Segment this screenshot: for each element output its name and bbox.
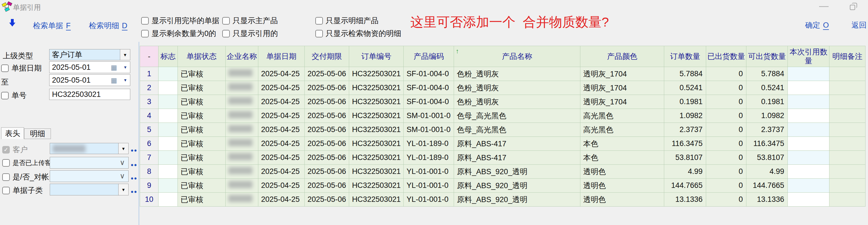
row-number-cell[interactable]: 2 xyxy=(140,81,158,95)
note-cell[interactable] xyxy=(830,179,866,193)
row-number-cell[interactable]: 9 xyxy=(140,179,158,193)
col-header-note[interactable]: 明细备注 xyxy=(830,46,866,67)
row-number-cell[interactable]: 3 xyxy=(140,95,158,109)
checkbox-only-detail-products[interactable]: 只显示明细产品 xyxy=(315,15,378,26)
search-documents-button[interactable]: 检索单据F xyxy=(33,21,71,31)
col-header-corner[interactable]: - xyxy=(140,46,158,67)
table-row[interactable]: 3 已审核 2025-04-25 2025-05-06 HC322503021 … xyxy=(140,95,866,109)
table-row[interactable]: 7 已审核 2025-04-25 2025-05-06 HC322503021 … xyxy=(140,151,866,165)
checkbox-only-referenced[interactable]: 只显示引用的 xyxy=(222,29,278,39)
checkbox-only-searched-material-details[interactable]: 只显示检索物资的明细 xyxy=(315,29,401,39)
reconciliation-checkbox[interactable]: 是/否_对帐: xyxy=(2,172,51,182)
ref-qty-input-cell[interactable] xyxy=(788,193,830,207)
dropdown-arrow-icon[interactable]: ▼ xyxy=(118,143,128,154)
flag-cell[interactable] xyxy=(158,165,178,179)
chevron-down-icon[interactable]: ∨ xyxy=(120,172,125,180)
note-cell[interactable] xyxy=(830,165,866,179)
col-header-doc-date[interactable]: 单据日期 xyxy=(258,46,305,67)
col-header-product-color[interactable]: 产品颜色 xyxy=(580,46,664,67)
back-button[interactable]: 返回 xyxy=(851,20,867,30)
table-row[interactable]: 1 已审核 2025-04-25 2025-05-06 HC322503021 … xyxy=(140,67,866,81)
row-number-cell[interactable]: 1 xyxy=(140,67,158,81)
search-details-button[interactable]: 检索明细D xyxy=(89,21,127,31)
reconciliation-more-button[interactable]: •• xyxy=(131,174,137,183)
table-row[interactable]: 10 已审核 2025-04-25 2025-05-06 HC322503021… xyxy=(140,193,866,207)
reconciliation-select[interactable]: ∨ xyxy=(50,170,129,182)
flag-cell[interactable] xyxy=(158,67,178,81)
table-row[interactable]: 8 已审核 2025-04-25 2025-05-06 HC322503021 … xyxy=(140,165,866,179)
col-header-product-code[interactable]: 产品编码 xyxy=(404,46,454,67)
row-number-cell[interactable]: 4 xyxy=(140,109,158,123)
col-header-status[interactable]: 单据状态 xyxy=(178,46,226,67)
uploaded-customer-more-button[interactable]: •• xyxy=(131,161,137,170)
note-cell[interactable] xyxy=(830,67,866,81)
restore-window-icon[interactable] xyxy=(850,3,857,10)
note-cell[interactable] xyxy=(830,123,866,137)
row-number-cell[interactable]: 10 xyxy=(140,193,158,207)
confirm-button[interactable]: 确定O xyxy=(805,20,829,30)
dropdown-arrow-icon[interactable]: ▼ xyxy=(123,78,127,82)
note-cell[interactable] xyxy=(830,109,866,123)
doc-no-input[interactable]: HC322503021 xyxy=(49,89,130,100)
note-cell[interactable] xyxy=(830,95,866,109)
table-row[interactable]: 6 已审核 2025-04-25 2025-05-06 HC322503021 … xyxy=(140,137,866,151)
doc-no-checkbox[interactable]: 单号 xyxy=(1,90,27,101)
retrieve-down-arrow-icon[interactable] xyxy=(8,18,16,27)
col-header-shipped-qty[interactable]: 已出货数量 xyxy=(706,46,746,67)
flag-cell[interactable] xyxy=(158,123,178,137)
ref-qty-input-cell[interactable] xyxy=(788,137,830,151)
note-cell[interactable] xyxy=(830,151,866,165)
row-number-cell[interactable]: 7 xyxy=(140,151,158,165)
col-header-order-qty[interactable]: 订单数量 xyxy=(664,46,706,67)
uploaded-customer-select[interactable]: ∨ xyxy=(50,157,129,168)
col-header-company[interactable]: 企业名称 xyxy=(226,46,258,67)
doc-subtype-combobox[interactable]: ▼ xyxy=(50,184,129,195)
doc-subtype-checkbox[interactable]: 单据子类 xyxy=(2,185,43,195)
table-row[interactable]: 2 已审核 2025-04-25 2025-05-06 HC322503021 … xyxy=(140,81,866,95)
checkbox-show-fully-referenced[interactable]: 显示引用完毕的单据 xyxy=(141,15,219,26)
flag-cell[interactable] xyxy=(158,137,178,151)
dropdown-arrow-icon[interactable]: ▼ xyxy=(120,49,130,60)
ref-qty-input-cell[interactable] xyxy=(788,109,830,123)
calendar-icon[interactable]: ▦ xyxy=(111,64,117,71)
row-number-cell[interactable]: 8 xyxy=(140,165,158,179)
ref-qty-input-cell[interactable] xyxy=(788,123,830,137)
flag-cell[interactable] xyxy=(158,193,178,207)
doc-date-checkbox[interactable]: 单据日期 xyxy=(1,63,42,73)
table-row[interactable]: 9 已审核 2025-04-25 2025-05-06 HC322503021 … xyxy=(140,179,866,193)
col-header-ref-qty[interactable]: 本次引用数量 xyxy=(788,46,830,67)
flag-cell[interactable] xyxy=(158,109,178,123)
note-cell[interactable] xyxy=(830,137,866,151)
row-number-cell[interactable]: 6 xyxy=(140,137,158,151)
chevron-down-icon[interactable]: ∨ xyxy=(120,158,125,167)
table-row[interactable]: 5 已审核 2025-04-25 2025-05-06 HC322503021 … xyxy=(140,123,866,137)
tab-detail[interactable]: 明细 xyxy=(24,128,51,139)
row-number-cell[interactable]: 5 xyxy=(140,123,158,137)
sort-ascending-icon[interactable]: ↑ xyxy=(456,47,459,55)
table-row[interactable]: 4 已审核 2025-04-25 2025-05-06 HC322503021 … xyxy=(140,109,866,123)
ref-qty-input-cell[interactable] xyxy=(788,95,830,109)
ref-qty-input-cell[interactable] xyxy=(788,151,830,165)
flag-cell[interactable] xyxy=(158,95,178,109)
checkbox-only-main-products[interactable]: 只显示主产品 xyxy=(222,15,278,26)
calendar-icon[interactable]: ▦ xyxy=(111,76,117,84)
note-cell[interactable] xyxy=(830,81,866,95)
ref-qty-input-cell[interactable] xyxy=(788,67,830,81)
col-header-deadline[interactable]: 交付期限 xyxy=(305,46,349,67)
col-header-available-qty[interactable]: 可出货数量 xyxy=(746,46,788,67)
col-header-flag[interactable]: 标志 xyxy=(158,46,178,67)
customer-combobox[interactable]: ▼ xyxy=(50,143,129,154)
dropdown-arrow-icon[interactable]: ▼ xyxy=(118,184,128,195)
flag-cell[interactable] xyxy=(158,151,178,165)
doc-date-to-input[interactable]: 2025-05-01 ▦ ▼ xyxy=(49,74,130,86)
customer-checkbox[interactable]: ✓ 客户 xyxy=(2,145,28,155)
checkbox-show-zero-remaining[interactable]: 显示剩余数量为0的 xyxy=(141,29,216,39)
doc-subtype-more-button[interactable]: •• xyxy=(131,188,137,196)
doc-date-from-input[interactable]: 2025-05-01 ▦ ▼ xyxy=(49,62,130,73)
tab-header[interactable]: 表头 xyxy=(1,127,24,139)
dropdown-arrow-icon[interactable]: ▼ xyxy=(123,65,127,70)
col-header-product-name[interactable]: ↑ 产品名称 xyxy=(454,46,580,67)
parent-type-combobox[interactable]: 客户订单 ▼ xyxy=(49,49,130,60)
flag-cell[interactable] xyxy=(158,179,178,193)
col-header-order-no[interactable]: 订单编号 xyxy=(349,46,404,67)
